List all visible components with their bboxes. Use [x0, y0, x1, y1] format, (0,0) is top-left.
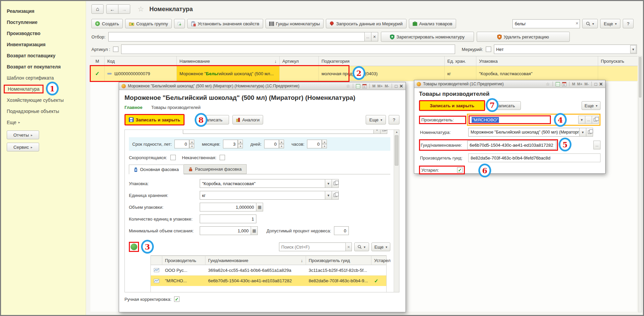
chevron-down-icon[interactable]: ▾ — [325, 179, 332, 188]
article-checkbox[interactable] — [113, 47, 118, 52]
col-header-article[interactable]: Артикул — [280, 56, 319, 66]
form-vertical-scrollbar[interactable]: ▲ — [394, 130, 399, 292]
memory-plus-button[interactable]: M+ — [377, 84, 383, 88]
memory-minus-button[interactable]: M- — [385, 84, 389, 88]
col-header-unit[interactable]: Ед. хран. — [445, 56, 476, 66]
set-properties-button[interactable]: Установить значения свойств — [187, 19, 263, 28]
producers-col-producer-guid[interactable]: Производитель гуид — [306, 256, 371, 265]
producers-dialog-more-button[interactable]: Еще▾ — [582, 101, 600, 110]
row-skip-cell[interactable] — [598, 66, 638, 81]
main-vertical-scrollbar[interactable] — [638, 56, 642, 312]
producer-row-guid[interactable]: 6e6b70d5-1504-430c-ae41-ed103a817282 — [205, 276, 306, 286]
col-header-subcategory[interactable]: Подкатегория — [319, 56, 445, 66]
add-producer-button[interactable] — [129, 242, 139, 252]
calculator-button[interactable]: ▦ — [251, 226, 258, 235]
perishable-checkbox[interactable] — [170, 155, 176, 160]
open-button[interactable] — [380, 130, 387, 134]
manual-correction-checkbox[interactable]: ✓ — [174, 296, 179, 302]
tab-osnovnaya-fasovka[interactable]: Основная фасовка — [129, 165, 184, 174]
ellipsis-button[interactable]: ... — [585, 116, 592, 124]
producers-dialog-titlebar[interactable]: Товары производителей (1С:Предприятие) ☆… — [414, 80, 605, 88]
copy-item-button[interactable] — [174, 19, 185, 28]
article-input[interactable] — [121, 45, 455, 54]
spin-up-icon[interactable]: ▴ — [279, 140, 284, 144]
nomenclature-guids-button[interactable]: Гуиды номенклатуры — [265, 19, 324, 28]
sidebar-item-shablon-sertifikata[interactable]: Шаблон сертификата — [1, 72, 86, 83]
shelf-years-input[interactable] — [174, 140, 189, 148]
producer-row[interactable] — [151, 276, 162, 286]
mercury-checkbox[interactable] — [486, 47, 491, 52]
memory-minus-button[interactable]: M- — [584, 82, 589, 86]
producer-row[interactable] — [151, 265, 162, 276]
producer-row-producer-guid[interactable]: 3c11ac15-b25f-451f-82cb-5f... — [306, 265, 371, 276]
underweight-input[interactable] — [334, 226, 349, 235]
spreadsheet-icon[interactable] — [356, 84, 360, 88]
otbor-input[interactable] — [108, 32, 365, 41]
favorite-star-icon[interactable]: ☆ — [546, 82, 550, 87]
reports-button[interactable]: Отчеты▸ — [7, 131, 39, 139]
chevron-down-icon[interactable]: ▾ — [579, 128, 586, 137]
spin-down-icon[interactable]: ▾ — [189, 144, 194, 148]
unregister-button[interactable]: Удалить регистрацию — [477, 32, 570, 42]
col-header-m[interactable]: М — [90, 56, 105, 66]
unit-select[interactable]: кг — [200, 191, 325, 200]
spin-down-icon[interactable]: ▾ — [279, 144, 284, 148]
spin-up-icon[interactable]: ▴ — [189, 140, 194, 144]
sidebar-item-vozvrat-postavshiku[interactable]: Возврат поставщику — [1, 50, 86, 61]
otbor-clear-button[interactable]: ✕ — [371, 32, 378, 41]
save-and-close-button[interactable]: Записать и закрыть — [124, 114, 185, 125]
producer-row-obsolete[interactable]: ✓ — [371, 276, 386, 286]
units-count-input[interactable] — [200, 214, 256, 223]
low-quality-checkbox[interactable] — [220, 155, 225, 160]
sidebar-item-inventarizaciya[interactable]: Инвентаризация — [1, 39, 86, 50]
memory-plus-button[interactable]: M+ — [577, 82, 583, 86]
obsolete-checkbox[interactable]: ✓ — [457, 167, 463, 173]
producers-col-guid[interactable]: Гуид/наименование↓ — [205, 256, 306, 265]
sidebar-item-vozvrat-ot-pokupatelya[interactable]: Возврат от покупателя — [1, 61, 86, 72]
back-button[interactable]: ← — [106, 4, 118, 14]
sidebar-item-podnadzornye[interactable]: Поднадзорные объекты — [1, 106, 86, 117]
sidebar-more[interactable]: Еще▸ — [1, 117, 86, 128]
memory-button[interactable]: M — [572, 82, 575, 86]
producer-row-guid[interactable]: 369a62c4-cc55-4a51-b0b6-6a651a1a829a — [205, 265, 306, 276]
clear-search-icon[interactable]: ✕ — [576, 21, 579, 26]
home-button[interactable]: ⌂ — [91, 4, 104, 14]
shelf-months-input[interactable] — [223, 140, 238, 148]
favorite-star-icon[interactable]: ☆ — [346, 84, 350, 89]
scroll-up-icon[interactable]: ▲ — [395, 131, 398, 134]
goods-analysis-button[interactable]: Анализ товаров — [409, 19, 456, 28]
analogs-button[interactable]: Аналоги — [232, 115, 263, 124]
calendar-icon[interactable]: 31 — [362, 84, 367, 88]
shelf-hours-input[interactable] — [307, 140, 322, 148]
close-icon[interactable]: ✕ — [599, 82, 603, 87]
row-package-cell[interactable]: "Коробка, пластмассовая" — [476, 66, 598, 81]
tab-rasshirennaya-fasovka[interactable]: Расширенная фасовка — [184, 164, 247, 174]
favorite-star-icon[interactable]: ☆ — [138, 5, 144, 13]
guid-name-input[interactable] — [467, 141, 556, 149]
shelf-days-input[interactable] — [264, 140, 279, 148]
min-writeoff-input[interactable] — [200, 226, 251, 235]
help-button[interactable]: ? — [623, 19, 634, 28]
nomenclature-select[interactable]: Мороженое "Бельгийский шоколад" (500 мл)… — [468, 128, 580, 137]
calculator-button[interactable]: ▦ — [256, 203, 263, 211]
register-nomenclature-button[interactable]: Зарегистрировать номенклатуру — [381, 32, 474, 42]
producers-col-producer[interactable]: Производитель — [162, 256, 205, 265]
producer-row-producer[interactable]: ООО Рус... — [162, 265, 205, 276]
open-button[interactable] — [332, 179, 339, 188]
dialog-help-button[interactable]: ? — [389, 115, 399, 124]
row-unit-cell[interactable]: кг — [445, 66, 476, 81]
calendar-icon[interactable]: 31 — [562, 82, 566, 86]
service-button[interactable]: Сервис▸ — [7, 143, 39, 151]
sidebar-item-nomenklatura[interactable]: Номенклатура — [4, 85, 44, 93]
producer-row-producer[interactable]: "МЯСНО... — [162, 276, 205, 286]
sidebar-item-postuplenie[interactable]: Поступление — [1, 17, 86, 28]
spin-down-icon[interactable]: ▾ — [238, 144, 243, 148]
search-button[interactable]: ▾ — [582, 19, 598, 28]
sidebar-item-hozyaystvuyushie[interactable]: Хозяйствующие субъекты — [1, 94, 86, 106]
otbor-ellipsis-button[interactable]: ... — [364, 32, 371, 41]
col-header-name[interactable]: Наименование↓ — [177, 56, 280, 66]
memory-button[interactable]: M — [372, 84, 375, 88]
spin-up-icon[interactable]: ▴ — [322, 140, 327, 144]
forward-button[interactable]: → — [118, 4, 130, 14]
mercury-select[interactable]: Нет ▾ — [494, 45, 637, 54]
